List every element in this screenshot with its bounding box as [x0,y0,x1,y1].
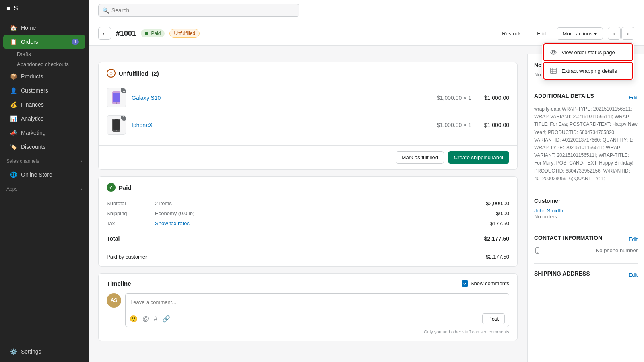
mention-icon[interactable]: @ [142,315,149,323]
payment-row-amount: $0.00 [477,210,509,216]
right-sidebar: Notes No notes from customer ADDITIONAL … [527,54,644,362]
payment-row-amount: $177.50 [477,220,509,226]
sidebar-item-marketing[interactable]: 📣 Marketing [3,126,85,140]
search-bar: 🔍 [98,4,299,17]
sidebar-item-products[interactable]: 📦 Products [3,70,85,83]
main-content: 🔍 ← #1001 Paid Unfulfilled Restock [89,0,644,362]
customer-orders-text: No orders [534,214,638,220]
product-link-galaxy[interactable]: Galaxy S10 [132,95,431,101]
contact-phone-row: No phone number [534,247,638,255]
payment-row-amount: $2,000.00 [477,200,509,206]
payment-title: Paid [119,184,132,191]
additional-details-edit-link[interactable]: Edit [629,95,638,101]
sidebar-item-abandoned-checkouts[interactable]: Abandoned checkouts [17,59,89,69]
sidebar-item-finances[interactable]: 💰 Finances [3,98,85,111]
shipping-address-title: SHIPPING ADDRESS [534,270,590,277]
show-comments-label: Show comments [471,280,509,286]
post-comment-button[interactable]: Post [482,313,505,324]
app-layout: ■ S 🏠 Home 📋 Orders 1 Drafts Abandoned c… [0,0,644,362]
sidebar-item-discounts[interactable]: 🏷️ Discounts [3,140,85,154]
paid-by-amount: $2,177.50 [486,254,509,260]
order-number: #1001 [116,29,136,38]
sidebar-item-home[interactable]: 🏠 Home [3,21,85,35]
hashtag-icon[interactable]: # [154,315,157,323]
payment-header: ✓ Paid [107,183,509,192]
sidebar-nav: 🏠 Home 📋 Orders 1 Drafts Abandoned check… [0,17,89,341]
sidebar-item-online-store[interactable]: 🌐 Online Store [3,168,85,181]
customer-title: Customer [534,197,638,204]
sidebar-item-label: Orders [21,39,38,45]
contact-header: CONTACT INFORMATION Edit [534,234,638,244]
header-actions: Restock Edit More actions ▾ [496,27,634,40]
timeline-title: Timeline [107,280,131,287]
unfulfilled-section: ○ Unfulfilled (2) [99,62,517,145]
payment-row-desc: Show tax rates [155,220,477,226]
restock-button[interactable]: Restock [496,28,526,39]
contact-edit-link[interactable]: Edit [629,236,638,242]
back-arrow-icon: ← [102,31,107,37]
create-shipping-label-button[interactable]: Create shipping label [448,151,509,164]
additional-details-card: ADDITIONAL DETAILS Edit wrapify-data WRA… [534,93,638,183]
eye-icon [549,48,557,56]
emoji-icon[interactable]: 🙂 [130,315,138,323]
apps-section: Apps › [0,183,89,195]
show-comments-toggle[interactable]: Show comments [462,280,509,287]
customer-name-link[interactable]: John Smidth [534,208,563,214]
prev-order-button[interactable]: ‹ [608,27,621,40]
product-link-iphone[interactable]: IphoneX [132,122,431,128]
payment-row-label: Tax [107,220,155,226]
comment-input[interactable] [126,294,509,311]
edit-button[interactable]: Edit [531,28,551,39]
home-icon: 🏠 [10,24,17,31]
unfulfilled-status-badge: Unfulfilled [169,29,200,38]
product-total-iphone: $1,000.00 [477,122,509,128]
svg-rect-6 [113,93,120,102]
sales-channels-label: Sales channels [6,158,39,164]
more-actions-button[interactable]: More actions ▾ [557,27,603,40]
paid-by-row: Paid by customer $2,177.50 [107,249,509,260]
sidebar-item-label: Online Store [21,171,52,178]
additional-details-title: ADDITIONAL DETAILS [534,93,594,99]
dropdown-item-extract-wrapping[interactable]: Extract wrapping details [543,62,633,80]
page-body: ○ Unfulfilled (2) [89,54,644,362]
sales-channels-section: Sales channels › [0,155,89,167]
show-tax-rates-link[interactable]: Show tax rates [155,220,190,226]
dropdown-item-view-order-status[interactable]: View order status page [543,43,633,61]
products-icon: 📦 [10,73,17,80]
product-image-galaxy: 1 [107,88,126,107]
comment-hint: Only you and other staff can see comment… [107,329,509,334]
payment-total-label: Total [107,235,155,242]
svg-rect-9 [113,120,120,130]
topbar: 🔍 [89,0,644,21]
shipping-address-header: SHIPPING ADDRESS Edit [534,270,638,280]
paid-status-badge: Paid [141,29,165,37]
svg-point-10 [116,130,117,131]
sidebar-item-analytics[interactable]: 📊 Analytics [3,112,85,125]
timeline-header: Timeline Show comments [107,280,509,287]
mark-fulfilled-button[interactable]: Mark as fulfilled [396,151,444,164]
sidebar-item-orders[interactable]: 📋 Orders 1 [3,35,85,49]
unfulfilled-count: (2) [151,70,159,77]
next-order-button[interactable]: › [621,27,634,40]
dropdown-item-label: View order status page [561,49,615,56]
chevron-right-icon: › [80,158,82,164]
back-button[interactable]: ← [98,27,111,40]
additional-details-header: ADDITIONAL DETAILS Edit [534,93,638,102]
sidebar-item-label: Settings [21,348,41,355]
search-icon: 🔍 [102,7,109,14]
marketing-icon: 📣 [10,129,17,136]
unfulfilled-title: Unfulfilled [119,70,148,77]
sidebar: ■ S 🏠 Home 📋 Orders 1 Drafts Abandoned c… [0,0,89,362]
sidebar-item-settings[interactable]: ⚙️ Settings [3,345,85,358]
attachment-icon[interactable]: 🔗 [162,315,170,323]
search-input[interactable] [98,4,299,17]
sidebar-item-drafts[interactable]: Drafts [17,49,89,59]
dropdown-item-label: Extract wrapping details [561,68,617,74]
sidebar-item-label: Products [21,73,43,80]
shipping-address-edit-link[interactable]: Edit [629,272,638,278]
table-icon [549,67,557,75]
sidebar-item-customers[interactable]: 👤 Customers [3,84,85,97]
product-unit-price-galaxy: $1,000.00 × 1 [437,95,471,101]
page-main: ○ Unfulfilled (2) [89,54,527,362]
fulfillment-actions: Mark as fulfilled Create shipping label [99,145,517,169]
